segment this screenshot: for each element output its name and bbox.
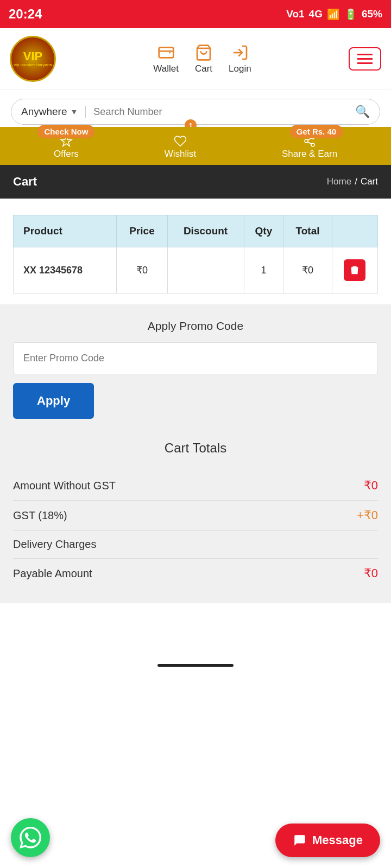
svg-point-5 [311,143,314,146]
col-price: Price [117,215,167,247]
trash-icon [349,264,361,276]
wishlist-item[interactable]: Wishlist [165,135,197,159]
svg-line-6 [308,142,312,144]
menu-line-2 [357,58,373,60]
logo-sub: vip number haryana [14,62,52,67]
breadcrumb-bar: Cart Home / Cart [0,165,391,199]
message-label: Message [312,833,363,847]
payable-value: ₹0 [364,566,378,580]
wallet-icon [157,44,175,61]
message-icon [293,833,307,847]
main-content: Product Price Discount Qty Total XX 1234… [0,199,391,304]
offers-item[interactable]: Check Now Offers [54,135,79,159]
battery-icon: 🔋 [344,8,357,21]
col-qty: Qty [244,215,283,247]
wishlist-icon [174,135,187,148]
col-discount: Discount [167,215,244,247]
breadcrumb-nav: Home / Cart [327,176,378,187]
whatsapp-button[interactable] [11,818,50,857]
cart-totals-section: Cart Totals Amount Without GST ₹0 GST (1… [0,430,391,603]
search-icon[interactable]: 🔍 [355,105,370,119]
nav-login[interactable]: Login [229,44,251,74]
get-rs-badge[interactable]: Get Rs. 40 [290,125,343,138]
apply-button[interactable]: Apply [13,383,94,419]
promo-input[interactable] [13,342,378,374]
svg-line-7 [308,138,312,141]
breadcrumb-home[interactable]: Home [327,176,351,187]
nav-wallet[interactable]: Wallet [153,44,179,74]
battery-level: 65% [362,8,382,20]
totals-row-delivery: Delivery Charges [13,531,378,559]
cart-totals-title: Cart Totals [13,441,378,456]
home-indicator [0,658,391,671]
totals-row-gst: GST (18%) +₹0 [13,501,378,531]
menu-line-1 [357,54,373,55]
cart-total: ₹0 [283,247,332,293]
totals-row-without-gst: Amount Without GST ₹0 [13,471,378,501]
cart-table: Product Price Discount Qty Total XX 1234… [13,215,378,293]
payable-label: Payable Amount [13,567,92,580]
login-label: Login [229,63,251,74]
amount-without-gst-label: Amount Without GST [13,480,116,492]
svg-rect-0 [159,47,173,58]
search-bar: Anywhere ▼ 🔍 [11,99,380,125]
logo[interactable]: VIP vip number haryana [10,36,56,82]
search-container: Anywhere ▼ 🔍 1 [0,90,391,127]
breadcrumb-separator: / [355,176,357,187]
breadcrumb-title: Cart [13,175,37,189]
bottom-spacer [0,603,391,658]
delete-button[interactable] [344,259,365,281]
status-right: Vo1 4G 📶 🔋 65% [286,8,382,21]
cart-icon [195,44,212,61]
cart-discount [167,247,244,293]
location-selector[interactable]: Anywhere ▼ [21,106,86,118]
share-earn-label: Share & Earn [282,149,337,159]
share-earn-item[interactable]: Get Rs. 40 Share & Earn [282,135,337,159]
message-button[interactable]: Message [275,824,380,857]
whatsapp-icon [20,827,41,848]
header: VIP vip number haryana Wallet Cart [0,28,391,90]
home-bar [157,664,234,667]
check-now-badge[interactable]: Check Now [37,125,94,138]
gst-label: GST (18%) [13,509,67,522]
wallet-label: Wallet [153,63,179,74]
signal-icon: 📶 [327,8,340,21]
cart-table-body: XX 12345678 ₹0 1 ₹0 [14,247,378,293]
cart-label: Cart [195,63,212,74]
col-product: Product [14,215,117,247]
offers-label: Offers [54,149,79,159]
wishlist-label: Wishlist [165,149,197,159]
svg-point-4 [305,139,308,143]
totals-row-payable: Payable Amount ₹0 [13,559,378,588]
location-text: Anywhere [21,106,67,118]
network-icon: Vo1 [286,8,304,20]
action-bar: Check Now Offers Wishlist Get Rs. 40 Sha… [0,127,391,165]
status-time: 20:24 [9,7,42,22]
nav-items: Wallet Cart Login [61,44,343,74]
cart-delete-cell [332,247,377,293]
breadcrumb-current: Cart [361,176,378,187]
gst-value: +₹0 [357,508,378,522]
promo-section: Apply Promo Code Apply [0,304,391,430]
cart-table-header: Product Price Discount Qty Total [14,215,378,247]
login-icon [231,44,249,61]
cart-price: ₹0 [117,247,167,293]
search-input[interactable] [93,106,355,118]
cart-qty: 1 [244,247,283,293]
menu-button[interactable] [349,47,381,71]
cart-product-name: XX 12345678 [14,247,117,293]
status-bar: 20:24 Vo1 4G 📶 🔋 65% [0,0,391,28]
delivery-label: Delivery Charges [13,538,96,551]
logo-text: VIP [14,50,52,62]
table-row: XX 12345678 ₹0 1 ₹0 [14,247,378,293]
col-total: Total [283,215,332,247]
col-action [332,215,377,247]
chevron-down-icon: ▼ [71,107,78,116]
network-type: 4G [309,8,323,20]
nav-cart[interactable]: Cart [195,44,212,74]
promo-title: Apply Promo Code [13,320,378,333]
menu-line-3 [357,62,373,64]
amount-without-gst-value: ₹0 [364,478,378,493]
